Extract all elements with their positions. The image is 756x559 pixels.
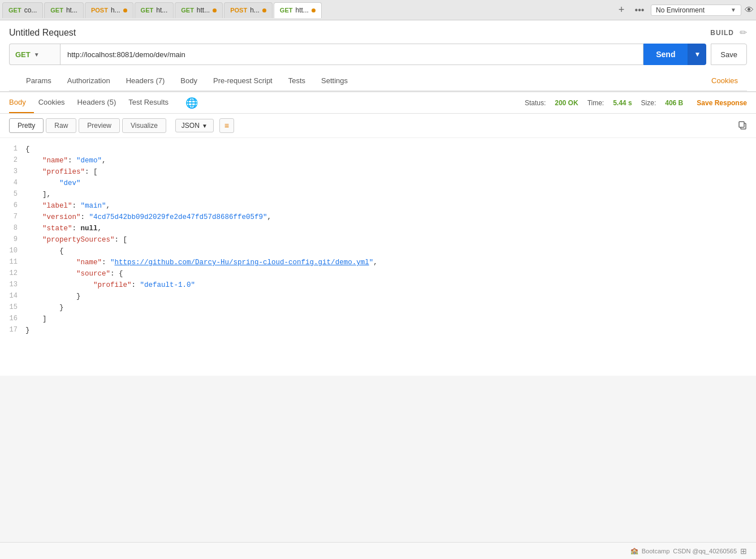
req-tab-2[interactable]: Headers (7) — [118, 72, 173, 91]
response-status: Status: 200 OK Time: 5.44 s Size: 406 B … — [525, 99, 747, 107]
view-tab-0[interactable]: Pretty — [9, 118, 44, 133]
tab-dot-4 — [213, 8, 217, 12]
code-line: 6 "label": "main", — [0, 200, 756, 212]
tab-label-0: co... — [24, 6, 37, 14]
time-label: Time: — [587, 99, 604, 107]
tab-bar-actions: + ••• No Environment ▼ 👁 — [615, 3, 754, 17]
code-line: 15 } — [0, 302, 756, 313]
tab-method-0: GET — [8, 7, 21, 14]
tab-dot-5 — [262, 8, 266, 12]
code-line: 10 { — [0, 246, 756, 257]
line-number: 5 — [0, 189, 25, 200]
send-button[interactable]: Send — [643, 44, 688, 65]
tab-item-5[interactable]: POSTh... — [224, 2, 273, 18]
response-tabs-bar: BodyCookiesHeaders (5)Test Results 🌐 Sta… — [0, 92, 756, 114]
req-tab-5[interactable]: Tests — [280, 72, 313, 91]
line-content: "propertySources": [ — [25, 234, 756, 246]
save-response-button[interactable]: Save Response — [697, 99, 747, 107]
code-line: 17} — [0, 325, 756, 336]
code-line: 1{ — [0, 144, 756, 155]
line-content: "source": { — [25, 268, 756, 280]
resp-tab-2[interactable]: Headers (5) — [77, 92, 124, 113]
line-number: 17 — [0, 325, 25, 336]
line-content: } — [25, 291, 756, 302]
request-title: Untitled Request — [9, 28, 76, 38]
req-tab-3[interactable]: Body — [172, 72, 205, 91]
resp-tab-3[interactable]: Test Results — [128, 92, 176, 113]
line-content: { — [25, 144, 756, 155]
req-tab-4[interactable]: Pre-request Script — [205, 72, 280, 91]
tab-method-1: GET — [50, 7, 63, 14]
line-number: 7 — [0, 212, 25, 222]
url-bar: GET ▼ Send ▼ Save — [9, 44, 747, 65]
line-content: } — [25, 325, 756, 336]
more-tabs-button[interactable]: ••• — [632, 3, 647, 17]
view-tab-1[interactable]: Raw — [46, 118, 76, 133]
view-tab-3[interactable]: Visualize — [122, 118, 166, 133]
request-tabs: ParamsAuthorizationHeaders (7)BodyPre-re… — [9, 72, 747, 91]
code-line: 14 } — [0, 291, 756, 302]
resp-tab-0[interactable]: Body — [9, 92, 34, 113]
line-content: "version": "4cd75d42bb09d2029fe2de47fd57… — [25, 212, 756, 223]
req-tab-6[interactable]: Settings — [313, 72, 356, 91]
method-select[interactable]: GET ▼ — [9, 44, 60, 65]
tab-item-1[interactable]: GETht... — [44, 2, 84, 18]
tab-label-6: htt... — [295, 6, 308, 14]
globe-icon[interactable]: 🌐 — [185, 97, 198, 109]
tab-label-4: htt... — [197, 6, 210, 14]
time-value: 5.44 s — [613, 99, 632, 107]
tab-item-6[interactable]: GEThtt... — [274, 2, 322, 18]
status-value: 200 OK — [555, 99, 578, 107]
line-number: 1 — [0, 144, 25, 154]
code-line: 12 "source": { — [0, 268, 756, 280]
req-tab-1[interactable]: Authorization — [59, 72, 118, 91]
format-chevron-icon: ▼ — [202, 123, 208, 129]
request-title-row: Untitled Request BUILD ✏ — [9, 27, 747, 38]
line-content: "profiles": [ — [25, 166, 756, 178]
format-select[interactable]: JSON ▼ — [175, 119, 214, 132]
code-line: 11 "name": "https://github.com/Darcy-Hu/… — [0, 257, 756, 268]
tab-method-6: GET — [280, 7, 293, 14]
view-tab-2[interactable]: Preview — [79, 118, 120, 133]
line-number: 14 — [0, 291, 25, 302]
cookies-link[interactable]: Cookies — [711, 72, 738, 91]
add-tab-button[interactable]: + — [615, 3, 628, 17]
code-line: 7 "version": "4cd75d42bb09d2029fe2de47fd… — [0, 212, 756, 223]
tab-method-4: GET — [181, 7, 194, 14]
url-input[interactable] — [60, 44, 643, 65]
line-number: 11 — [0, 257, 25, 268]
tab-item-0[interactable]: GETco... — [2, 2, 43, 18]
code-line: 13 "profile": "default-1.0" — [0, 280, 756, 291]
resp-tab-1[interactable]: Cookies — [38, 92, 73, 113]
line-number: 10 — [0, 246, 25, 256]
line-number: 8 — [0, 223, 25, 234]
tab-method-3: GET — [141, 7, 154, 14]
line-content: { — [25, 246, 756, 257]
tab-label-1: ht... — [66, 6, 77, 14]
line-number: 13 — [0, 280, 25, 290]
tab-item-2[interactable]: POSTh... — [85, 2, 133, 18]
size-label: Size: — [641, 99, 656, 107]
line-content: ] — [25, 313, 756, 325]
line-content: ], — [25, 189, 756, 200]
tab-dot-2 — [123, 8, 127, 12]
send-dropdown-button[interactable]: ▼ — [688, 44, 706, 65]
line-content: "name": "https://github.com/Darcy-Hu/spr… — [25, 257, 756, 268]
method-label: GET — [15, 50, 31, 59]
tab-item-4[interactable]: GEThtt... — [175, 2, 223, 18]
copy-icon[interactable] — [738, 121, 747, 131]
line-number: 6 — [0, 200, 25, 211]
eye-icon[interactable]: 👁 — [745, 5, 754, 15]
tab-method-2: POST — [91, 7, 108, 14]
env-selector[interactable]: No Environment ▼ — [651, 5, 741, 16]
tab-item-3[interactable]: GETht... — [135, 2, 174, 18]
save-button[interactable]: Save — [711, 44, 747, 65]
wrap-icon[interactable]: ≡ — [219, 118, 234, 133]
line-content: "name": "demo", — [25, 155, 756, 166]
code-line: 8 "state": null, — [0, 223, 756, 234]
size-value: 406 B — [665, 99, 683, 107]
code-line: 9 "propertySources": [ — [0, 234, 756, 246]
tab-label-2: h... — [111, 6, 120, 14]
req-tab-0[interactable]: Params — [18, 72, 59, 91]
edit-icon[interactable]: ✏ — [740, 27, 747, 38]
